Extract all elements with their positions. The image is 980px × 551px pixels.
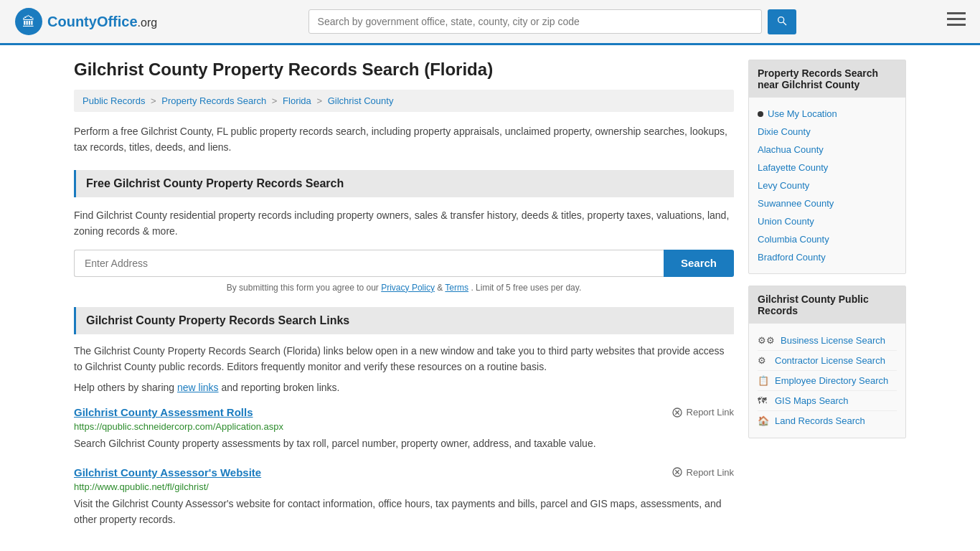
breadcrumb-sep-3: > <box>316 95 324 106</box>
new-links-link[interactable]: new links <box>177 382 219 393</box>
header-search-input[interactable] <box>308 9 762 34</box>
free-search-heading: Free Gilchrist County Property Records S… <box>74 170 734 197</box>
page-description: Perform a free Gilchrist County, FL publ… <box>74 123 734 156</box>
address-input[interactable] <box>74 250 664 277</box>
svg-point-2 <box>778 17 783 22</box>
form-disclaimer: By submitting this form you agree to our… <box>74 283 734 293</box>
sidebar: Property Records Search near Gilchrist C… <box>748 60 906 542</box>
breadcrumb-florida[interactable]: Florida <box>283 95 311 106</box>
sidebar-item-business-license[interactable]: ⚙⚙ Business License Search <box>758 331 897 351</box>
privacy-policy-link[interactable]: Privacy Policy <box>381 283 435 293</box>
share-line: Help others by sharing new links and rep… <box>74 382 734 393</box>
free-search-section: Free Gilchrist County Property Records S… <box>74 170 734 293</box>
free-search-description: Find Gilchrist County residential proper… <box>74 207 734 240</box>
link-item-header-2: Gilchrist County Assessor's Website Repo… <box>74 466 734 479</box>
gis-maps-link[interactable]: GIS Maps Search <box>775 395 849 406</box>
content-area: Gilchrist County Property Records Search… <box>74 60 734 542</box>
public-records-section: Gilchrist County Public Records ⚙⚙ Busin… <box>748 286 906 438</box>
report-icon-1 <box>672 407 683 418</box>
land-records-icon: 🏠 <box>758 415 769 426</box>
breadcrumb: Public Records > Property Records Search… <box>74 90 734 112</box>
contractor-license-icon: ⚙ <box>758 355 769 366</box>
business-license-icon: ⚙⚙ <box>758 335 775 346</box>
site-header: 🏛 CountyOffice.org <box>0 0 980 45</box>
sidebar-item-contractor-license[interactable]: ⚙ Contractor License Search <box>758 351 897 371</box>
nearby-counties-heading: Property Records Search near Gilchrist C… <box>749 60 905 98</box>
nearby-counties-section: Property Records Search near Gilchrist C… <box>748 60 906 274</box>
sidebar-item-levy[interactable]: Levy County <box>758 176 897 194</box>
page-title: Gilchrist County Property Records Search… <box>74 60 734 80</box>
logo-text: CountyOffice.org <box>47 14 157 30</box>
sidebar-item-suwannee[interactable]: Suwannee County <box>758 194 897 212</box>
svg-rect-6 <box>947 24 966 26</box>
use-my-location-link[interactable]: Use My Location <box>768 108 837 119</box>
employee-directory-icon: 📋 <box>758 375 769 386</box>
link-item-header: Gilchrist County Assessment Rolls Report… <box>74 406 734 418</box>
breadcrumb-property-records-search[interactable]: Property Records Search <box>161 95 266 106</box>
link-item-assessors-website: Gilchrist County Assessor's Website Repo… <box>74 466 734 528</box>
business-license-link[interactable]: Business License Search <box>781 335 885 346</box>
report-icon-2 <box>672 466 683 478</box>
breadcrumb-sep-1: > <box>151 95 159 106</box>
links-section-heading: Gilchrist County Property Records Search… <box>74 307 734 334</box>
sidebar-item-alachua[interactable]: Alachua County <box>758 141 897 159</box>
hamburger-menu-icon[interactable] <box>947 12 966 31</box>
links-description: The Gilchrist County Property Records Se… <box>74 343 734 375</box>
employee-directory-link[interactable]: Employee Directory Search <box>775 375 888 386</box>
logo-icon: 🏛 <box>14 7 43 36</box>
sidebar-item-dixie[interactable]: Dixie County <box>758 123 897 141</box>
link-item-assessment-rolls: Gilchrist County Assessment Rolls Report… <box>74 406 734 451</box>
assessors-website-url: http://www.qpublic.net/fl/gilchrist/ <box>74 481 734 492</box>
search-button[interactable]: Search <box>664 250 734 277</box>
sidebar-item-land-records[interactable]: 🏠 Land Records Search <box>758 411 897 430</box>
main-container: Gilchrist County Property Records Search… <box>60 45 920 551</box>
svg-rect-4 <box>947 12 966 14</box>
public-records-content: ⚙⚙ Business License Search ⚙ Contractor … <box>749 324 905 438</box>
nearby-counties-content: Use My Location Dixie County Alachua Cou… <box>749 98 905 273</box>
breadcrumb-gilchrist-county[interactable]: Gilchrist County <box>328 95 394 106</box>
breadcrumb-sep-2: > <box>272 95 280 106</box>
logo[interactable]: 🏛 CountyOffice.org <box>14 7 157 36</box>
svg-text:🏛: 🏛 <box>22 14 35 29</box>
sidebar-item-bradford[interactable]: Bradford County <box>758 248 897 266</box>
sidebar-item-gis-maps[interactable]: 🗺 GIS Maps Search <box>758 391 897 411</box>
use-location-item: Use My Location <box>758 105 897 123</box>
assessment-rolls-desc: Search Gilchrist County property assessm… <box>74 435 734 451</box>
gis-maps-icon: 🗺 <box>758 395 769 406</box>
terms-link[interactable]: Terms <box>445 283 468 293</box>
header-search-area <box>308 9 796 34</box>
assessors-website-desc: Visit the Gilchrist County Assessor's we… <box>74 496 734 528</box>
address-search-row: Search <box>74 250 734 277</box>
assessors-website-link[interactable]: Gilchrist County Assessor's Website <box>74 466 261 479</box>
assessment-rolls-link[interactable]: Gilchrist County Assessment Rolls <box>74 406 253 418</box>
breadcrumb-public-records[interactable]: Public Records <box>83 95 145 106</box>
svg-line-3 <box>783 22 786 24</box>
land-records-link[interactable]: Land Records Search <box>775 415 865 426</box>
links-section: Gilchrist County Property Records Search… <box>74 307 734 528</box>
sidebar-item-union[interactable]: Union County <box>758 212 897 230</box>
assessment-rolls-url: https://qpublic.schneidercorp.com/Applic… <box>74 421 734 432</box>
contractor-license-link[interactable]: Contractor License Search <box>775 355 885 366</box>
report-link-button-2[interactable]: Report Link <box>672 466 734 478</box>
report-link-button-1[interactable]: Report Link <box>672 407 734 418</box>
svg-rect-5 <box>947 18 966 20</box>
header-search-button[interactable] <box>768 9 796 34</box>
sidebar-item-columbia[interactable]: Columbia County <box>758 230 897 248</box>
public-records-heading: Gilchrist County Public Records <box>749 286 905 324</box>
sidebar-item-employee-directory[interactable]: 📋 Employee Directory Search <box>758 371 897 391</box>
location-dot-icon <box>758 111 763 117</box>
sidebar-item-lafayette[interactable]: Lafayette County <box>758 159 897 176</box>
